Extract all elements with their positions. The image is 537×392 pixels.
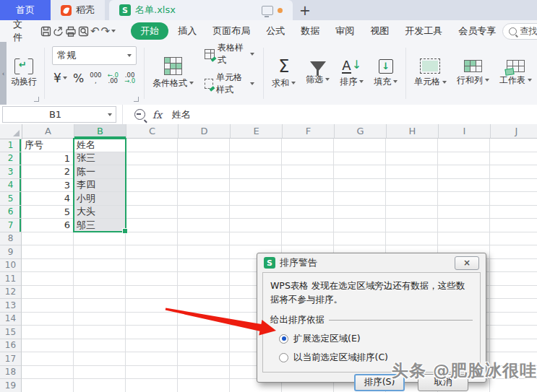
cell-D10[interactable] <box>178 259 230 273</box>
cell-G4[interactable] <box>334 179 386 193</box>
file-menu[interactable]: 文件 <box>13 18 22 44</box>
cell-D18[interactable] <box>178 366 230 380</box>
cell-H3[interactable] <box>386 165 438 179</box>
cell-D12[interactable] <box>178 286 230 300</box>
row-header-3[interactable]: 3 <box>0 165 22 179</box>
radio-expand-selection[interactable]: 扩展选定区域(E) <box>279 333 473 345</box>
worksheet-button[interactable]: 工作表 <box>494 42 537 105</box>
cell-J14[interactable] <box>490 313 537 326</box>
export-button[interactable] <box>53 23 64 39</box>
cell-G1[interactable] <box>334 139 386 152</box>
cell-B5[interactable]: 小明 <box>74 192 126 206</box>
cell-F3[interactable] <box>282 165 334 179</box>
row-header-15[interactable]: 15 <box>0 326 22 339</box>
cell-D1[interactable] <box>178 139 230 152</box>
row-header-1[interactable]: 1 <box>0 139 22 152</box>
menu-tab-会员专享[interactable]: 会员专享 <box>452 22 502 40</box>
cell-J10[interactable] <box>490 259 537 273</box>
cell-C5[interactable] <box>126 192 178 206</box>
cell-style-button[interactable]: 单元格样式 <box>205 71 254 96</box>
cell-D3[interactable] <box>178 165 230 179</box>
quick-access-dropdown[interactable] <box>111 23 116 39</box>
cell-I3[interactable] <box>438 165 490 179</box>
cell-D2[interactable] <box>178 152 230 166</box>
cell-A18[interactable] <box>22 366 74 380</box>
cell-C10[interactable] <box>126 259 178 273</box>
currency-button[interactable]: ¥ <box>53 71 67 85</box>
group-expand-icon[interactable] <box>134 97 139 102</box>
redo-icon[interactable]: ↷ <box>101 23 111 39</box>
decrease-decimal-button[interactable]: .00→.0 <box>124 72 135 84</box>
cell-A15[interactable] <box>22 326 74 339</box>
menu-tab-审阅[interactable]: 审阅 <box>329 22 361 40</box>
cell-C11[interactable] <box>126 272 178 286</box>
cell-F6[interactable] <box>282 206 334 219</box>
cell-C8[interactable] <box>126 232 178 246</box>
column-header-A[interactable]: A <box>22 124 74 139</box>
cell-C19[interactable] <box>126 379 178 392</box>
cell-C18[interactable] <box>126 366 178 380</box>
column-header-C[interactable]: C <box>126 124 179 139</box>
cell-C4[interactable] <box>126 179 178 193</box>
cell-J12[interactable] <box>490 286 537 300</box>
cell-A19[interactable] <box>22 379 74 392</box>
cell-C14[interactable] <box>126 313 178 326</box>
save-button[interactable] <box>40 23 51 39</box>
row-header-6[interactable]: 6 <box>0 206 22 219</box>
cell-I7[interactable] <box>438 219 490 232</box>
filter-button[interactable]: 筛选 <box>301 42 335 105</box>
fill-button[interactable]: ↓ 填充 <box>369 42 403 105</box>
dialog-titlebar[interactable]: S 排序警告 × <box>257 253 486 272</box>
cell-E7[interactable] <box>230 219 282 232</box>
cell-D8[interactable] <box>178 232 230 246</box>
cell-I2[interactable] <box>438 152 490 166</box>
cell-B8[interactable] <box>74 232 126 246</box>
cells-button[interactable]: 单元格 <box>409 42 452 105</box>
ribbon-collapse-strip[interactable]: ‹ <box>0 42 7 105</box>
cell-B11[interactable] <box>74 272 126 286</box>
column-header-I[interactable]: I <box>439 124 491 139</box>
percent-button[interactable]: % <box>73 71 84 85</box>
sum-button[interactable]: Σ 求和 <box>267 42 301 105</box>
cell-A14[interactable] <box>22 313 74 326</box>
tab-home[interactable]: 首页 <box>0 0 51 20</box>
cell-D17[interactable] <box>178 352 230 366</box>
cell-B19[interactable] <box>74 379 126 392</box>
cell-C3[interactable] <box>126 165 178 179</box>
menu-tab-视图[interactable]: 视图 <box>364 22 395 40</box>
cell-B16[interactable] <box>74 339 126 353</box>
row-header-11[interactable]: 11 <box>0 272 22 286</box>
cell-D16[interactable] <box>178 339 230 353</box>
cell-E2[interactable] <box>230 152 282 166</box>
cell-C2[interactable] <box>126 152 178 166</box>
cell-J2[interactable] <box>490 152 537 166</box>
cell-H6[interactable] <box>386 206 438 219</box>
cell-A16[interactable] <box>22 339 74 353</box>
cell-C15[interactable] <box>126 326 178 339</box>
cell-B10[interactable] <box>74 259 126 273</box>
tab-docer[interactable]: 稻壳 <box>51 0 105 20</box>
cell-B9[interactable] <box>74 245 126 259</box>
cell-B17[interactable] <box>74 352 126 366</box>
row-header-2[interactable]: 2 <box>0 152 22 166</box>
cell-B6[interactable]: 大头 <box>74 206 126 219</box>
cell-E6[interactable] <box>230 206 282 219</box>
cell-I5[interactable] <box>438 192 490 206</box>
insert-function-button[interactable]: fx <box>152 109 162 121</box>
menu-tab-插入[interactable]: 插入 <box>171 22 203 40</box>
thousand-separator-button[interactable]: 000, <box>90 72 101 84</box>
cell-B1[interactable]: 姓名 <box>74 139 126 152</box>
cell-D4[interactable] <box>178 179 230 193</box>
row-header-17[interactable]: 17 <box>0 352 22 366</box>
column-header-H[interactable]: H <box>387 124 439 139</box>
cell-C6[interactable] <box>126 206 178 219</box>
cell-B14[interactable] <box>74 313 126 326</box>
cell-I8[interactable] <box>438 232 490 246</box>
row-header-14[interactable]: 14 <box>0 313 22 326</box>
zoom-out-icon[interactable] <box>134 109 145 120</box>
cell-E4[interactable] <box>230 179 282 193</box>
menu-tab-公式[interactable]: 公式 <box>259 22 291 40</box>
dialog-close-button[interactable]: × <box>455 256 479 270</box>
column-header-G[interactable]: G <box>335 124 387 139</box>
cell-D13[interactable] <box>178 299 230 313</box>
